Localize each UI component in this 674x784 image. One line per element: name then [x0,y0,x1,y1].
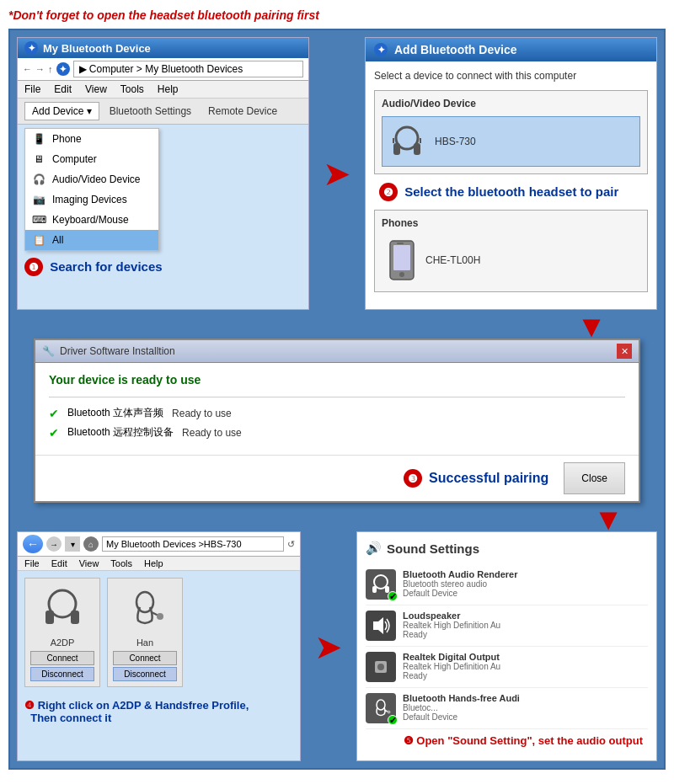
bt-handsfree-detail: Bluetoc...Default Device [403,703,648,722]
realtek-info: Realtek Digital Output Realtek High Defi… [403,652,648,680]
driver-row-2: ✔ Bluetooth 远程控制设备 Ready to use [49,425,625,440]
sound-item-speaker[interactable]: Loudspeaker Realtek High Definition AuRe… [366,605,648,647]
realtek-detail: Realtek High Definition AuReady [403,662,648,680]
step4-label: ❹ Right click on A2DP & Handsfree Profil… [18,694,300,729]
imaging-icon: 📷 [32,193,45,206]
handsfree-btn-area: Connect Disconnect [113,651,177,681]
svg-point-21 [377,700,385,710]
right-window-title: Add Bluetooth Device [394,43,516,56]
address-path: ▶ Computer > My Bluetooth Devices [73,61,304,77]
bottom-menu-help[interactable]: Help [144,558,163,568]
bluetooth-settings-link[interactable]: Bluetooth Settings [103,103,198,120]
down-arrow-container-1: ▼ [17,312,657,342]
right-content: Select a device to connect with this com… [366,61,656,309]
driver-title-text: Driver Software Installtion [60,345,175,357]
back-nav-btn[interactable]: ← [23,64,32,74]
main-panel: ✦ My Bluetooth Device ← → ↑ ✦ ▶ Computer… [8,29,666,770]
phones-group-title: Phones [382,217,640,229]
svg-point-23 [388,711,391,714]
bt-audio-name: Bluetooth Audio Renderer [403,569,648,579]
toolbar: Add Device ▾ Bluetooth Settings Remote D… [18,99,308,125]
speaker-info: Loudspeaker Realtek High Definition AuRe… [403,611,648,639]
step3-area: ❸ Successful pairing [397,462,564,494]
handsfree-connect-button[interactable]: Connect [113,651,177,665]
handsfree-card: Han Connect Disconnect [107,578,183,687]
sound-item-realtek[interactable]: Realtek Digital Output Realtek High Defi… [366,647,648,688]
driver-content: Your device is ready to use ✔ Bluetooth … [35,363,639,455]
bt-audio-icon: ✔ [366,569,396,600]
right-arrow-3: ➤ [314,630,343,664]
menu-help[interactable]: Help [158,83,179,95]
bluetooth-icon-addr: ✦ [56,62,70,76]
driver-close-x-button[interactable]: ✕ [617,344,632,359]
left-window: ✦ My Bluetooth Device ← → ↑ ✦ ▶ Computer… [17,37,309,310]
svg-rect-11 [71,611,79,624]
driver-label-1: Bluetooth 立体声音频 [67,406,163,420]
sound-title: 🔊 Sound Settings [366,541,648,556]
bottom-menu-file[interactable]: File [24,558,40,568]
bottom-menu-bar: File Edit View Tools Help [18,557,300,571]
step4-text: Right click on A2DP & Handsfree Profile,… [24,699,249,724]
a2dp-connect-button[interactable]: Connect [30,651,94,665]
dropdown-keyboard[interactable]: ⌨ Keyboard/Mouse [25,210,158,230]
refresh-btn[interactable]: ↺ [287,539,295,550]
driver-row-1: ✔ Bluetooth 立体声音频 Ready to use [49,406,625,420]
che-tl00h-item[interactable]: CHE-TL00H [382,236,640,285]
sound-title-text: Sound Settings [387,541,479,556]
bottom-menu-edit[interactable]: Edit [51,558,67,568]
hbs730-item[interactable]: HBS-730 [382,116,640,167]
forward-nav-btn[interactable]: → [35,64,45,74]
dropdown-audio-video[interactable]: 🎧 Audio/Video Device [25,169,158,189]
bottom-left-window: ← → ▾ ⌂ My Bluetooth Devices >HBS-730 ↺ … [17,531,301,761]
top-row: ✦ My Bluetooth Device ← → ↑ ✦ ▶ Computer… [17,37,657,310]
dropdown-phone[interactable]: 📱 Phone [25,129,158,149]
a2dp-disconnect-button[interactable]: Disconnect [30,667,94,681]
driver-status-1: Ready to use [172,408,232,419]
phone-icon: 📱 [32,132,45,146]
keyboard-icon: ⌨ [32,213,45,227]
bt-handsfree-name: Bluetooth Hands-free Audi [403,693,648,703]
svg-rect-1 [393,143,400,155]
realtek-icon [366,652,396,682]
dropdown-btn[interactable]: ▾ [65,536,80,552]
headphone-icon [386,120,428,163]
step3-text: Successful pairing [429,471,548,486]
menu-file[interactable]: File [24,83,40,95]
driver-close-button[interactable]: Close [564,462,625,494]
up-nav-btn[interactable]: ↑ [48,64,53,74]
green-dot-2: ✔ [388,715,398,725]
menu-tools[interactable]: Tools [120,83,144,95]
sound-item-bt-handsfree[interactable]: ✔ Bluetooth Hands-free Audi Bluetoc...De… [366,688,648,729]
home-btn[interactable]: ⌂ [83,536,99,552]
realtek-name: Realtek Digital Output [403,652,648,662]
dropdown-imaging[interactable]: 📷 Imaging Devices [25,189,158,210]
speaker-detail: Realtek High Definition AuReady [403,621,648,639]
bottom-menu-view[interactable]: View [79,558,99,568]
svg-point-7 [399,272,404,277]
add-device-button[interactable]: Add Device ▾ [24,102,99,120]
svg-rect-6 [393,245,410,270]
audio-video-icon: 🎧 [32,173,45,186]
driver-status-2: Ready to use [182,427,242,439]
back-button[interactable]: ← [23,535,43,553]
driver-window: 🔧 Driver Software Installtion ✕ Your dev… [34,339,640,503]
bottom-address-bar: ← → ▾ ⌂ My Bluetooth Devices >HBS-730 ↺ [18,532,300,557]
driver-title-left: 🔧 Driver Software Installtion [42,345,175,357]
arrow-section3: ➤ [306,531,351,761]
handsfree-disconnect-button[interactable]: Disconnect [113,667,177,681]
ready-text: Your device is ready to use [49,373,625,387]
menu-view[interactable]: View [85,83,107,95]
speaker-device-icon [366,611,396,641]
audio-video-group: Audio/Video Device HBS- [374,90,648,174]
step5-label: ❺ Open "Sound Setting", set the audio ou… [366,729,648,752]
a2dp-name: A2DP [51,637,75,648]
dropdown-all[interactable]: 📋 All [25,230,158,250]
forward-btn[interactable]: → [46,536,62,552]
menu-edit[interactable]: Edit [54,83,72,95]
dropdown-computer[interactable]: 🖥 Computer [25,149,158,169]
sound-item-bt-audio[interactable]: ✔ Bluetooth Audio Renderer Bluetooth ste… [366,564,648,605]
green-dot-1: ✔ [388,591,398,601]
bottom-menu-tools[interactable]: Tools [110,558,132,568]
step5-text: ❺ Open "Sound Setting", set the audio ou… [404,734,643,747]
remote-device-link[interactable]: Remote Device [201,103,284,120]
